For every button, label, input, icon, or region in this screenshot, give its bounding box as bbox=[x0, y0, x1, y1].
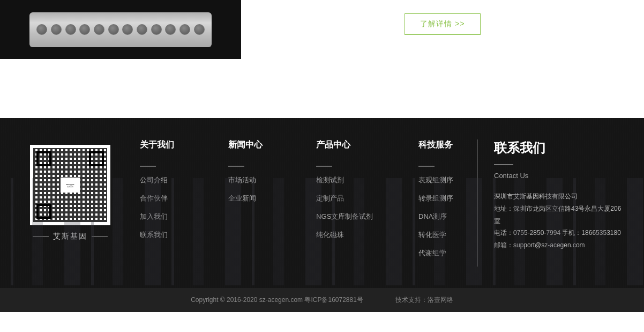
contact-company: 深圳市艾斯基因科技有限公司 bbox=[494, 190, 627, 203]
pcr-well bbox=[65, 24, 76, 35]
nav-col-about: 关于我们 公司介绍 合作伙伴 加入我们 联系我们 bbox=[134, 139, 188, 267]
nav-link-ngs-library[interactable]: NGS文库制备试剂 bbox=[316, 212, 373, 222]
contact-info: 深圳市艾斯基因科技有限公司 地址：深圳市龙岗区立信路43号永昌大厦206室 电话… bbox=[494, 190, 627, 252]
contact-email-value: support@sz-acegen.com bbox=[513, 241, 585, 249]
contact-address-value: 深圳市龙岗区立信路43号永昌大厦206室 bbox=[494, 205, 621, 225]
pcr-well bbox=[137, 24, 147, 35]
tech-support-text: 技术支持：洛壹网络 bbox=[395, 296, 453, 305]
pcr-strip-image bbox=[29, 12, 212, 47]
pcr-well bbox=[122, 24, 133, 35]
contact-title: 联系我们 bbox=[494, 139, 627, 157]
contact-mobile-label: 手机： bbox=[562, 229, 581, 237]
learn-more-button[interactable]: 了解详情 >> bbox=[405, 13, 480, 35]
product-image-container bbox=[0, 0, 241, 59]
contact-email-label: 邮箱： bbox=[494, 241, 513, 249]
nav-link-market-activity[interactable]: 市场活动 bbox=[228, 175, 271, 185]
nav-col-products: 产品中心 检测试剂 定制产品 NGS文库制备试剂 纯化磁珠 bbox=[311, 139, 378, 267]
pcr-well bbox=[79, 24, 90, 35]
contact-phone-label: 电话： bbox=[494, 229, 513, 237]
footer-contact: 联系我们 Contact Us 深圳市艾斯基因科技有限公司 地址：深圳市龙岗区立… bbox=[477, 139, 627, 267]
footer-main: ace gen 艾斯基因 艾斯基因 关于我们 公司介绍 合作伙伴 加入我们 联系… bbox=[6, 139, 638, 288]
footer-qr-section: ace gen 艾斯基因 艾斯基因 bbox=[17, 139, 124, 267]
nav-link-epigenomics[interactable]: 表观组测序 bbox=[418, 175, 461, 185]
pcr-well bbox=[194, 24, 205, 35]
qr-corner-tr bbox=[89, 151, 104, 166]
contact-mobile-value: 18665353180 bbox=[581, 229, 620, 237]
details-button-area: 了解详情 >> bbox=[241, 0, 644, 35]
pcr-well bbox=[165, 24, 176, 35]
brand-line-right bbox=[92, 237, 108, 237]
nav-link-magnetic-beads[interactable]: 纯化磁珠 bbox=[316, 230, 373, 240]
copyright-text: Copyright © 2016-2020 sz-acegen.com 粤ICP… bbox=[191, 296, 363, 305]
footer-nav: 关于我们 公司介绍 合作伙伴 加入我们 联系我们 新闻中心 市场活动 企业新闻 … bbox=[124, 139, 477, 267]
qr-code-image: ace gen 艾斯基因 bbox=[33, 148, 107, 222]
nav-link-metabolomics[interactable]: 代谢组学 bbox=[418, 248, 461, 258]
nav-col-services-title: 科技服务 bbox=[418, 139, 461, 155]
brand-line-left bbox=[33, 237, 49, 237]
pcr-well bbox=[51, 24, 62, 35]
contact-subtitle: Contact Us bbox=[494, 172, 627, 180]
qr-corner-tl bbox=[36, 151, 51, 166]
nav-divider-news bbox=[228, 166, 244, 167]
contact-phone-line: 电话：0755-2850-7994 手机：18665353180 bbox=[494, 227, 627, 239]
contact-address-line: 地址：深圳市龙岗区立信路43号永昌大厦206室 bbox=[494, 203, 627, 227]
nav-link-company-news[interactable]: 企业新闻 bbox=[228, 194, 271, 203]
nav-link-translational-medicine[interactable]: 转化医学 bbox=[418, 230, 461, 240]
qr-corner-bl bbox=[36, 204, 51, 219]
pcr-well bbox=[36, 24, 47, 35]
nav-link-partners[interactable]: 合作伙伴 bbox=[140, 194, 183, 203]
nav-col-news-title: 新闻中心 bbox=[228, 139, 271, 155]
pcr-well bbox=[179, 24, 190, 35]
pcr-well bbox=[108, 24, 119, 35]
qr-center-logo: ace gen 艾斯基因 bbox=[61, 178, 80, 193]
top-section: 了解详情 >> bbox=[0, 0, 644, 86]
nav-link-transcriptomics[interactable]: 转录组测序 bbox=[418, 194, 461, 203]
contact-address-label: 地址： bbox=[494, 205, 513, 212]
nav-divider-about bbox=[140, 166, 156, 167]
brand-label: 艾斯基因 bbox=[53, 232, 87, 241]
nav-link-custom-products[interactable]: 定制产品 bbox=[316, 194, 373, 203]
spacer bbox=[0, 86, 644, 118]
nav-col-products-title: 产品中心 bbox=[316, 139, 373, 155]
footer: ace gen 艾斯基因 艾斯基因 关于我们 公司介绍 合作伙伴 加入我们 联系… bbox=[0, 118, 644, 312]
contact-subtitle-line bbox=[494, 164, 513, 165]
brand-name: 艾斯基因 bbox=[33, 232, 108, 241]
nav-col-news: 新闻中心 市场活动 企业新闻 bbox=[223, 139, 276, 267]
nav-col-about-title: 关于我们 bbox=[140, 139, 183, 155]
contact-email-line: 邮箱：support@sz-acegen.com bbox=[494, 239, 627, 252]
qr-code-box: ace gen 艾斯基因 bbox=[30, 145, 110, 225]
footer-bottom: Copyright © 2016-2020 sz-acegen.com 粤ICP… bbox=[0, 288, 644, 312]
pcr-well bbox=[151, 24, 162, 35]
nav-link-dna-sequencing[interactable]: DNA测序 bbox=[418, 212, 461, 222]
nav-link-detection-reagent[interactable]: 检测试剂 bbox=[316, 175, 373, 185]
contact-phone-value: 0755-2850-7994 bbox=[513, 229, 560, 237]
nav-link-company-intro[interactable]: 公司介绍 bbox=[140, 175, 183, 185]
nav-link-join-us[interactable]: 加入我们 bbox=[140, 212, 183, 222]
pcr-well bbox=[94, 24, 104, 35]
nav-divider-products bbox=[316, 166, 332, 167]
nav-link-contact-us-col[interactable]: 联系我们 bbox=[140, 230, 183, 240]
nav-divider-services bbox=[418, 166, 435, 167]
nav-col-services: 科技服务 表观组测序 转录组测序 DNA测序 转化医学 代谢组学 bbox=[413, 139, 467, 267]
